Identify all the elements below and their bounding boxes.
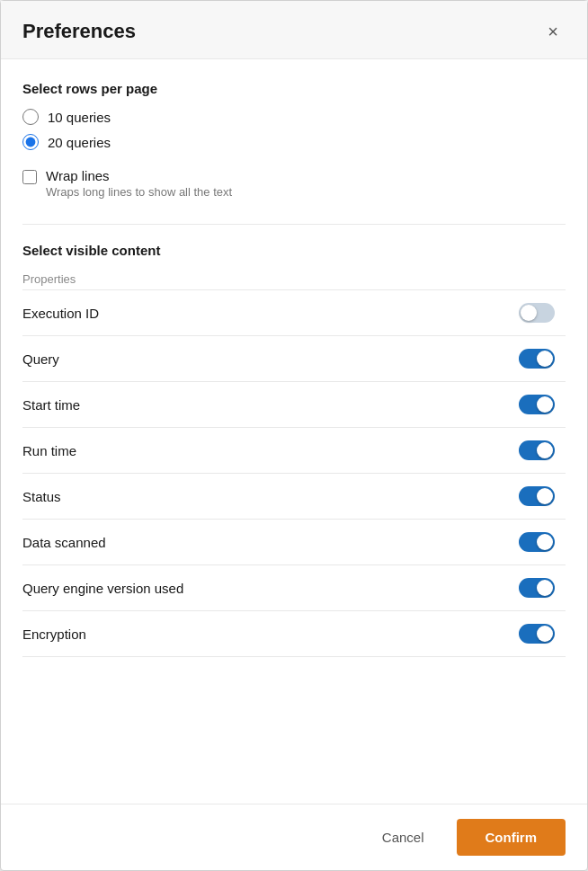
property-row: Status (22, 474, 566, 520)
property-row: Query engine version used (22, 565, 566, 611)
property-row: Encryption (22, 611, 566, 657)
radio-10-queries[interactable]: 10 queries (22, 109, 566, 125)
toggle-switch[interactable] (519, 349, 555, 369)
radio-20-queries[interactable]: 20 queries (22, 134, 566, 150)
wrap-lines-checkbox[interactable] (22, 170, 37, 184)
toggle-switch[interactable] (519, 624, 555, 644)
dialog-header: Preferences × (1, 1, 587, 59)
toggle-switch[interactable] (519, 440, 555, 460)
property-row: Data scanned (22, 520, 566, 565)
property-name: Data scanned (22, 535, 106, 550)
visible-content-label: Select visible content (22, 243, 566, 258)
property-row: Query (22, 336, 566, 382)
radio-input-10[interactable] (22, 109, 39, 125)
property-name: Run time (22, 443, 76, 458)
wrap-lines-section: Wrap lines Wraps long lines to show all … (22, 168, 566, 199)
toggle-switch[interactable] (519, 486, 555, 506)
property-name: Encryption (22, 627, 86, 642)
toggle-switch[interactable] (519, 532, 555, 552)
toggle-slider (519, 532, 555, 552)
radio-10-label: 10 queries (48, 110, 111, 125)
property-list: Execution IDQueryStart timeRun timeStatu… (22, 289, 566, 657)
toggle-switch[interactable] (519, 303, 555, 323)
wrap-lines-checkbox-item[interactable]: Wrap lines Wraps long lines to show all … (22, 168, 566, 199)
toggle-slider (519, 578, 555, 598)
section-divider (22, 224, 566, 225)
dialog-body: Select rows per page 10 queries 20 queri… (1, 59, 587, 804)
property-row: Execution ID (22, 290, 566, 336)
toggle-slider (519, 624, 555, 644)
rows-per-page-label: Select rows per page (22, 81, 566, 96)
property-name: Query engine version used (22, 581, 183, 596)
dialog-footer: Cancel Confirm (1, 804, 587, 870)
property-name: Status (22, 489, 61, 504)
rows-per-page-radio-group: 10 queries 20 queries (22, 109, 566, 150)
properties-group-label: Properties (22, 272, 566, 286)
toggle-slider (519, 395, 555, 414)
wrap-lines-text: Wrap lines Wraps long lines to show all … (46, 168, 232, 199)
wrap-lines-label: Wrap lines (46, 168, 232, 183)
toggle-switch[interactable] (519, 578, 555, 598)
property-row: Start time (22, 382, 566, 428)
cancel-button[interactable]: Cancel (364, 821, 442, 854)
dialog-title: Preferences (22, 20, 136, 43)
property-name: Query (22, 351, 59, 367)
toggle-slider (519, 440, 555, 460)
property-row: Run time (22, 428, 566, 474)
radio-20-label: 20 queries (48, 135, 111, 150)
wrap-lines-description: Wraps long lines to show all the text (46, 185, 232, 199)
toggle-slider (519, 303, 555, 323)
toggle-slider (519, 486, 555, 506)
radio-input-20[interactable] (22, 134, 39, 150)
property-name: Execution ID (22, 306, 99, 321)
confirm-button[interactable]: Confirm (457, 819, 566, 856)
preferences-dialog: Preferences × Select rows per page 10 qu… (0, 0, 588, 871)
toggle-slider (519, 349, 555, 369)
toggle-switch[interactable] (519, 395, 555, 414)
property-name: Start time (22, 397, 80, 413)
close-button[interactable]: × (540, 19, 566, 44)
